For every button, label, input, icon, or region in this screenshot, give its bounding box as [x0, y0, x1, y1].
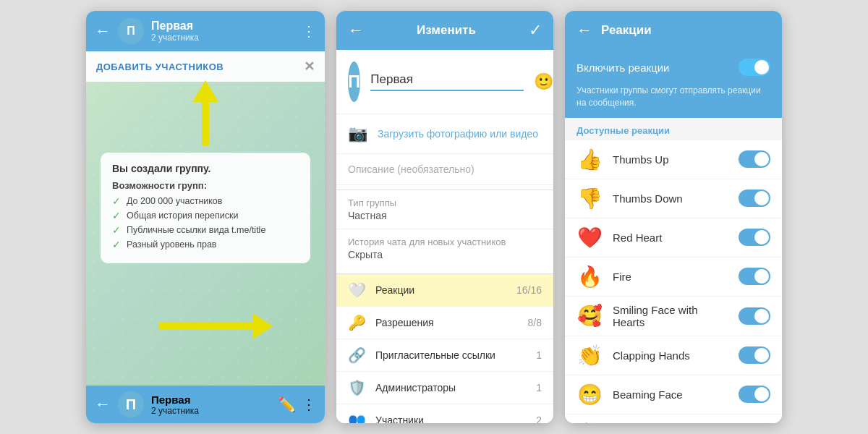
feature-4: ✓ Разный уровень прав: [112, 239, 299, 250]
thumbs-up-toggle[interactable]: [739, 150, 770, 168]
reactions-count: 16/16: [516, 284, 542, 296]
chat-background: ДОБАВИТЬ УЧАСТНИКОВ ✕ Вы создали группу.…: [86, 51, 325, 386]
reactions-row[interactable]: 🤍 Реакции 16/16: [336, 274, 553, 307]
avatar-bottom: П: [118, 391, 144, 417]
group-edit-avatar-row: П 🙂: [336, 50, 553, 114]
arrow-right-head: [252, 313, 273, 339]
clapping-label: Clapping Hands: [613, 349, 728, 362]
admins-row[interactable]: 🛡️ Администраторы 1: [336, 372, 553, 404]
red-heart-toggle[interactable]: [739, 229, 770, 246]
reaction-fire: 🔥 Fire: [565, 258, 782, 297]
back-button[interactable]: ←: [348, 21, 364, 40]
arrow-right-indicator: [158, 313, 273, 339]
history-label: История чата для новых участников: [348, 237, 542, 247]
enable-reactions-row: Включить реакции: [565, 50, 782, 85]
check-icon: ✓: [112, 239, 121, 250]
features-list: Возможности групп: ✓ До 200 000 участник…: [112, 180, 299, 250]
feature-1: ✓ До 200 000 участников: [112, 195, 299, 207]
smiling-hearts-label: Smiling Face with Hearts: [613, 304, 728, 328]
feature-3-text: Публичные ссылки вида t.me/title: [127, 225, 265, 235]
confirm-button[interactable]: ✓: [529, 21, 542, 40]
reaction-thinking: 🤔 Thinking Face: [565, 414, 782, 423]
tooltip-normal-text: Вы создали: [112, 163, 175, 174]
edit-title: Изменить: [417, 23, 476, 38]
check-icon: ✓: [112, 210, 121, 221]
upload-photo-row[interactable]: 📷 Загрузить фотографию или видео: [336, 114, 553, 154]
feature-2-text: Общая история переписки: [127, 210, 238, 221]
check-icon: ✓: [112, 224, 121, 236]
edit-header: ← Изменить ✓: [336, 11, 553, 50]
group-settings-section: Тип группы Частная История чата для новы…: [336, 190, 553, 268]
members-count: 2: [536, 414, 542, 423]
panel-reactions: ← Реакции Включить реакции Участники гру…: [565, 11, 782, 423]
members-label: Участники: [375, 414, 526, 423]
arrow-up-head: [192, 80, 218, 102]
reaction-smiling-hearts: 🥰 Smiling Face with Hearts: [565, 297, 782, 336]
invite-count: 1: [536, 349, 542, 361]
permissions-count: 8/8: [528, 317, 542, 328]
thumbs-up-label: Thumbs Up: [613, 153, 728, 166]
tooltip-bold-text: группу.: [175, 163, 210, 174]
fire-label: Fire: [613, 271, 728, 283]
emoji-button[interactable]: 🙂: [534, 72, 553, 91]
more-icon[interactable]: ⋮: [302, 22, 316, 40]
group-name-input[interactable]: [370, 72, 524, 91]
add-participants-bar[interactable]: ДОБАВИТЬ УЧАСТНИКОВ ✕: [86, 51, 325, 82]
reactions-label: Реакции: [375, 284, 506, 296]
thinking-emoji: 🤔: [576, 422, 603, 423]
invite-icon: 🔗: [348, 346, 365, 364]
thumbs-down-toggle[interactable]: [739, 190, 770, 207]
thumbs-up-emoji: 👍: [576, 148, 603, 171]
smiling-hearts-toggle[interactable]: [739, 307, 770, 325]
upload-label: Загрузить фотографию или видео: [378, 128, 538, 140]
red-heart-emoji: ❤️: [576, 226, 603, 250]
reaction-thumbs-up: 👍 Thumbs Up: [565, 140, 782, 179]
reaction-red-heart: ❤️ Red Heart: [565, 218, 782, 258]
group-avatar: П: [348, 61, 360, 102]
back-button[interactable]: ←: [576, 21, 592, 40]
history-row[interactable]: История чата для новых участников Скрыта: [336, 229, 553, 268]
available-reactions-header: Доступные реакции: [565, 118, 782, 140]
feature-3: ✓ Публичные ссылки вида t.me/title: [112, 224, 299, 236]
menu-rows: 🤍 Реакции 16/16 🔑 Разрешения 8/8 🔗 Пригл…: [336, 273, 553, 423]
beaming-toggle[interactable]: [739, 386, 770, 403]
pencil-icon[interactable]: ✏️: [278, 396, 296, 413]
feature-1-text: До 200 000 участников: [127, 196, 222, 206]
invite-label: Пригласительные ссылки: [375, 349, 526, 361]
admins-label: Администраторы: [375, 382, 526, 393]
enable-toggle[interactable]: [739, 59, 770, 76]
members-row[interactable]: 👥 Участники 2: [336, 404, 553, 423]
bottom-chat-title: Первая: [151, 393, 271, 406]
fire-toggle[interactable]: [739, 268, 770, 285]
arrow-right-shaft: [158, 323, 252, 330]
reactions-list: 👍 Thumbs Up 👎 Thumbs Down ❤️ Red Heart 🔥…: [565, 140, 782, 423]
thumbs-down-emoji: 👎: [576, 187, 603, 210]
bottom-chat-subtitle: 2 участника: [151, 406, 271, 416]
beaming-label: Beaming Face: [613, 388, 728, 401]
more-icon-bottom[interactable]: ⋮: [302, 396, 316, 413]
arrow-shaft: [202, 102, 209, 145]
back-button-bottom[interactable]: ←: [95, 395, 111, 414]
description-row[interactable]: Описание (необязательно): [336, 154, 553, 185]
chat-title: Первая: [151, 20, 294, 33]
clapping-toggle[interactable]: [739, 346, 770, 364]
chat-subtitle: 2 участника: [151, 33, 294, 43]
description-placeholder: Описание (необязательно): [348, 163, 475, 175]
smiling-hearts-emoji: 🥰: [576, 304, 603, 328]
permissions-icon: 🔑: [348, 314, 365, 331]
arrow-up-indicator: [192, 80, 218, 145]
reaction-clapping: 👏 Clapping Hands: [565, 336, 782, 375]
camera-icon: 📷: [348, 124, 367, 143]
admins-icon: 🛡️: [348, 379, 365, 396]
admins-count: 1: [536, 382, 542, 393]
reactions-header: ← Реакции: [565, 11, 782, 50]
red-heart-label: Red Heart: [613, 231, 728, 244]
invite-links-row[interactable]: 🔗 Пригласительные ссылки 1: [336, 339, 553, 372]
group-type-row[interactable]: Тип группы Частная: [336, 190, 553, 229]
close-button[interactable]: ✕: [304, 59, 315, 75]
feature-2: ✓ Общая история переписки: [112, 210, 299, 221]
permissions-row[interactable]: 🔑 Разрешения 8/8: [336, 307, 553, 339]
panel-edit-group: ← Изменить ✓ П 🙂 📷 Загрузить фотографию …: [336, 11, 553, 423]
back-button[interactable]: ←: [95, 22, 111, 41]
reactions-icon: 🤍: [348, 281, 365, 299]
